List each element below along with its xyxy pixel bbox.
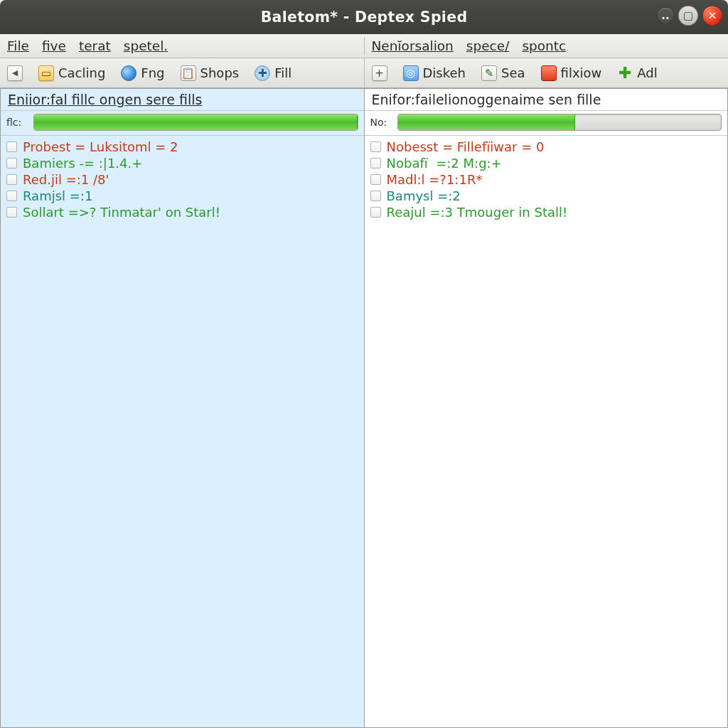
toolbar-right: + ◎ Diskeh ✎ Sea filxiow ✚ Adl <box>365 58 729 87</box>
edit-icon: ✎ <box>481 65 497 81</box>
right-panel-title: Enifor:failelionoggenaime sen fille <box>372 92 601 107</box>
globe-icon <box>121 65 136 81</box>
left-progress-label: flc: <box>6 117 28 128</box>
back-button[interactable] <box>4 64 26 82</box>
disk-icon: ◎ <box>403 65 419 81</box>
right-panel-header: Enifor:failelionoggenaime sen fille <box>365 89 728 111</box>
filxiow-button[interactable]: filxiow <box>538 64 605 82</box>
plusbox-button[interactable]: + <box>369 64 390 82</box>
fill-button[interactable]: ✚ Fill <box>252 64 294 82</box>
left-item-list: Probest = Luksitoml = 2 Bamiers -= :|1.4… <box>1 136 364 223</box>
window-title: Baletom* - Deptex Spied <box>0 9 728 26</box>
checkbox-icon[interactable] <box>6 191 17 201</box>
checkbox-icon[interactable] <box>6 207 17 218</box>
target-icon: ✚ <box>255 65 270 81</box>
toolbar: ▭ Cacling Fng 📋 Shops ✚ Fill + ◎ Diskeh … <box>0 58 728 88</box>
list-item[interactable]: Nobafï =:2 M:g:+ <box>369 155 724 171</box>
window-controls: .. ▢ ✕ <box>657 6 722 26</box>
add-icon: ✚ <box>617 65 633 81</box>
close-icon: ✕ <box>708 9 717 22</box>
checkbox-icon[interactable] <box>370 191 381 201</box>
checkbox-icon[interactable] <box>6 174 17 185</box>
right-progress-bar <box>397 114 722 131</box>
list-item[interactable]: Red.jil =:1 /8' <box>5 171 360 188</box>
window-close-button[interactable]: ✕ <box>702 6 722 26</box>
menu-five[interactable]: five <box>41 37 68 55</box>
checkbox-icon[interactable] <box>6 158 17 168</box>
list-item[interactable]: Ramjsl =:1 <box>5 188 360 204</box>
clip-icon: 📋 <box>181 65 196 81</box>
panels: Eniior:fal fillc ongen sere fills flc: P… <box>0 88 728 728</box>
menu-spontc[interactable]: spontc <box>520 37 567 55</box>
shops-button[interactable]: 📋 Shops <box>178 64 242 82</box>
list-item[interactable]: Madl:l =?1:1R* <box>369 171 724 188</box>
list-item[interactable]: Nobesst = Fillefïiwar = 0 <box>369 139 724 155</box>
right-progress-label: No: <box>370 117 392 128</box>
right-progress-row: No: <box>365 111 728 136</box>
menu-neniorsalion[interactable]: Nenĭorsalion <box>370 37 455 55</box>
plus-box-icon: + <box>372 65 387 81</box>
right-item-list: Nobesst = Fillefïiwar = 0 Nobafï =:2 M:g… <box>365 136 728 223</box>
menubar-right: Nenĭorsalion spece/ spontc <box>365 37 729 55</box>
folder-icon: ▭ <box>38 65 54 81</box>
checkbox-icon[interactable] <box>6 141 17 152</box>
checkbox-icon[interactable] <box>370 207 381 218</box>
toolbar-left: ▭ Cacling Fng 📋 Shops ✚ Fill <box>0 58 365 87</box>
list-item[interactable]: Bamiers -= :|1.4.+ <box>5 155 360 171</box>
checkbox-icon[interactable] <box>370 158 381 168</box>
menu-spetel[interactable]: spetel. <box>122 37 169 55</box>
fng-button[interactable]: Fng <box>118 64 167 82</box>
cacling-button[interactable]: ▭ Cacling <box>36 64 108 82</box>
left-progress-row: flc: <box>1 111 364 136</box>
menu-spece[interactable]: spece/ <box>465 37 511 55</box>
list-item[interactable]: Bamysl =:2 <box>369 188 724 204</box>
left-icon <box>7 65 23 81</box>
window-titlebar: Baletom* - Deptex Spied .. ▢ ✕ <box>0 0 728 34</box>
checkbox-icon[interactable] <box>370 174 381 185</box>
list-item[interactable]: Sollart =>? Tinmatar' on Starl! <box>5 204 360 220</box>
right-panel: Enifor:failelionoggenaime sen fille No: … <box>364 88 729 728</box>
left-panel-title: Eniior:fal fillc ongen sere fills <box>8 92 202 107</box>
list-item[interactable]: Probest = Luksitoml = 2 <box>5 139 360 155</box>
sea-button[interactable]: ✎ Sea <box>478 64 528 82</box>
checkbox-icon[interactable] <box>370 141 381 152</box>
menubar: File five terat spetel. Nenĭorsalion spe… <box>0 34 728 58</box>
window-maximize-button[interactable]: ▢ <box>678 6 698 26</box>
list-item[interactable]: Reajul =:3 Tmouger in Stall! <box>369 204 724 220</box>
diskeh-button[interactable]: ◎ Diskeh <box>400 64 469 82</box>
menu-terat[interactable]: terat <box>77 37 112 55</box>
left-progress-fill <box>34 114 358 130</box>
red-box-icon <box>541 65 557 81</box>
left-panel: Eniior:fal fillc ongen sere fills flc: P… <box>0 88 364 728</box>
right-progress-fill <box>398 114 576 130</box>
maximize-icon: ▢ <box>683 9 693 22</box>
left-progress-bar <box>33 114 358 131</box>
left-panel-header: Eniior:fal fillc ongen sere fills <box>1 89 364 111</box>
menu-file[interactable]: File <box>6 37 31 55</box>
menubar-left: File five terat spetel. <box>0 37 365 55</box>
adl-button[interactable]: ✚ Adl <box>614 64 660 82</box>
window-minimize-button[interactable]: .. <box>657 7 674 24</box>
